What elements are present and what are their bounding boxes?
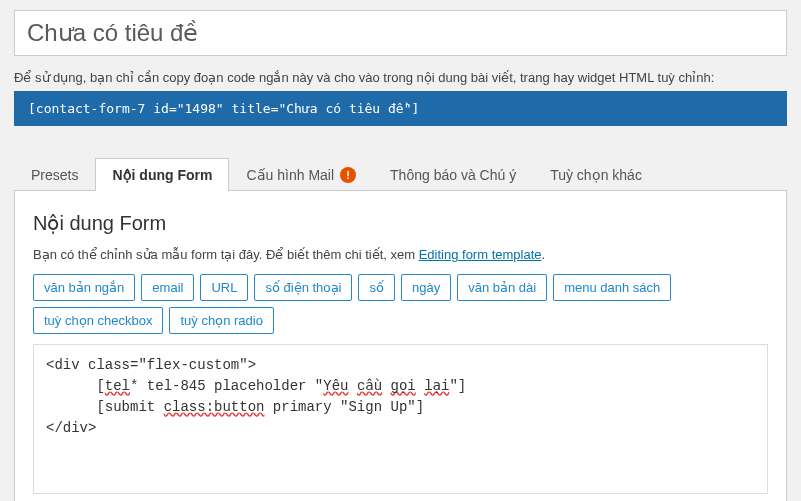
tab-form[interactable]: Nội dung Form	[95, 158, 229, 191]
panel-heading: Nội dung Form	[33, 211, 768, 235]
panel-desc-suffix: .	[542, 247, 546, 262]
tag-checkbox-button[interactable]: tuỳ chọn checkbox	[33, 307, 163, 334]
tab-bar: Presets Nội dung Form Cấu hình Mail ! Th…	[14, 158, 787, 191]
tab-messages[interactable]: Thông báo và Chú ý	[373, 158, 533, 191]
tab-mail-label: Cấu hình Mail	[246, 167, 334, 183]
panel-desc-text: Bạn có thể chỉnh sửa mẫu form tại đây. Đ…	[33, 247, 419, 262]
form-code-editor[interactable]: <div class="flex-custom"> [tel* tel-845 …	[33, 344, 768, 494]
tag-date-button[interactable]: ngày	[401, 274, 451, 301]
tag-text-button[interactable]: văn bản ngắn	[33, 274, 135, 301]
form-panel: Nội dung Form Bạn có thể chỉnh sửa mẫu f…	[14, 191, 787, 501]
tag-tel-button[interactable]: số điện thoại	[254, 274, 352, 301]
tag-radio-button[interactable]: tuỳ chọn radio	[169, 307, 273, 334]
tag-select-button[interactable]: menu danh sách	[553, 274, 671, 301]
tag-url-button[interactable]: URL	[200, 274, 248, 301]
tag-number-button[interactable]: số	[358, 274, 395, 301]
panel-description: Bạn có thể chỉnh sửa mẫu form tại đây. Đ…	[33, 247, 768, 262]
usage-note: Để sử dụng, bạn chỉ cần copy đoạn code n…	[14, 70, 787, 85]
alert-icon: !	[340, 167, 356, 183]
tag-button-row: văn bản ngắn email URL số điện thoại số …	[33, 274, 768, 334]
editing-template-link[interactable]: Editing form template	[419, 247, 542, 262]
tab-presets[interactable]: Presets	[14, 158, 95, 191]
form-title-input[interactable]	[14, 10, 787, 56]
tab-additional[interactable]: Tuỳ chọn khác	[533, 158, 659, 191]
tab-mail[interactable]: Cấu hình Mail !	[229, 158, 373, 191]
tag-email-button[interactable]: email	[141, 274, 194, 301]
tag-textarea-button[interactable]: văn bản dài	[457, 274, 547, 301]
shortcode-display: [contact-form-7 id="1498" title="Chưa có…	[14, 91, 787, 126]
